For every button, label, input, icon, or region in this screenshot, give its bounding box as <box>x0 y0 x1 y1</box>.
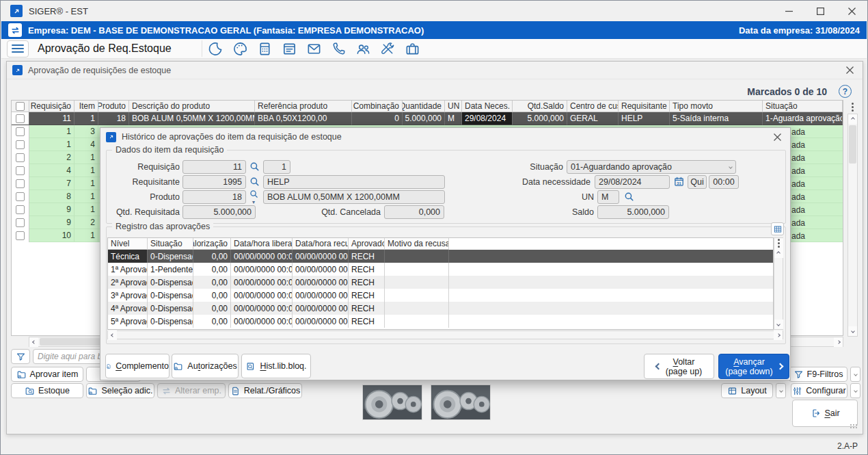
briefcase-icon[interactable] <box>405 41 420 57</box>
hist-lib-bloq-button[interactable]: Hist.lib.bloq. <box>241 354 311 378</box>
scroll-down-icon[interactable] <box>848 326 857 336</box>
chevron-down-icon[interactable]: ▾ <box>252 200 255 205</box>
column-header-situacao[interactable]: Situação <box>148 238 193 250</box>
produto-field[interactable]: 18 <box>182 190 246 204</box>
complemento-button[interactable]: Complemento <box>105 354 169 378</box>
configurar-button[interactable]: Configurar <box>791 383 847 398</box>
column-header-tipo-movto[interactable]: Tipo movto <box>670 101 763 112</box>
autorizacoes-button[interactable]: Autorizações <box>172 354 239 378</box>
situacao-select[interactable]: 01-Aguardando aprovação <box>567 160 736 174</box>
requisitante-field[interactable]: 1995 <box>182 175 246 189</box>
mail-icon[interactable] <box>306 41 322 57</box>
scroll-track[interactable] <box>848 124 857 326</box>
column-header-combinacao[interactable]: Combinação <box>352 101 403 112</box>
close-icon[interactable] <box>770 129 785 144</box>
minimize-icon[interactable] <box>773 1 804 21</box>
resize-grip[interactable] <box>850 424 858 430</box>
un-field[interactable]: M <box>597 190 619 204</box>
users-icon[interactable] <box>355 41 371 57</box>
scroll-up-icon[interactable] <box>774 248 783 258</box>
column-header-nivel[interactable]: Nível <box>108 238 148 250</box>
scroll-right-icon[interactable] <box>774 330 783 340</box>
requisitante-nome-field[interactable]: HELP <box>263 175 445 189</box>
estoque-button[interactable]: Estoque <box>11 383 83 398</box>
row-checkbox[interactable] <box>12 138 29 151</box>
data-necessidade-field[interactable]: 29/08/2024 <box>595 175 670 189</box>
help-icon[interactable]: ? <box>839 85 852 98</box>
column-header-item[interactable]: Item <box>74 101 98 112</box>
row-checkbox[interactable] <box>12 177 29 190</box>
dark-mode-icon[interactable] <box>208 41 223 57</box>
row-checkbox[interactable] <box>12 203 29 216</box>
aprovar-item-button[interactable]: Aprovar item <box>11 367 83 382</box>
row-checkbox[interactable] <box>12 125 29 138</box>
row-checkbox[interactable] <box>12 112 29 125</box>
company-switch-icon[interactable] <box>8 23 22 37</box>
approvals-vertical-scrollbar[interactable] <box>774 237 783 330</box>
qtd-requisitada-field[interactable]: 5.000,000 <box>182 205 256 219</box>
approvals-horizontal-scrollbar[interactable] <box>107 330 783 339</box>
column-header-qtd-saldo[interactable]: Qtd.Saldo <box>513 101 567 112</box>
column-header-requisitante[interactable]: Requisitante <box>619 101 670 112</box>
menu-icon[interactable] <box>7 40 29 57</box>
close-window-icon[interactable] <box>836 1 867 21</box>
phone-icon[interactable] <box>331 41 347 57</box>
row-checkbox[interactable] <box>12 229 29 242</box>
search-icon[interactable] <box>249 161 260 172</box>
scroll-right-icon[interactable] <box>834 337 843 347</box>
layout-button[interactable]: Layout <box>721 383 773 398</box>
layout-dropdown-icon[interactable] <box>776 383 786 398</box>
column-header-situacao[interactable]: Situação <box>763 101 843 112</box>
approval-row-selected[interactable]: Técnica 0-Dispensada 0,00 00/00/0000 00:… <box>108 250 773 263</box>
theme-palette-icon[interactable] <box>232 41 248 57</box>
configurar-dropdown-icon[interactable] <box>850 383 860 398</box>
calendar-31-icon[interactable]: 31 <box>673 176 685 190</box>
column-header-descricao[interactable]: Descrição do produto <box>129 101 255 112</box>
search-icon[interactable] <box>623 191 635 203</box>
scroll-track[interactable] <box>774 258 783 320</box>
column-menu-icon[interactable] <box>847 101 858 112</box>
scroll-left-icon[interactable] <box>108 330 117 340</box>
close-icon[interactable] <box>842 63 857 78</box>
produto-nome-field[interactable]: BOB ALUM 0,50MM X 1200,00MM <box>263 190 445 204</box>
scroll-down-icon[interactable] <box>774 320 783 329</box>
column-header-produto[interactable]: Produto <box>98 101 129 112</box>
maximize-icon[interactable] <box>804 1 836 21</box>
relat-graficos-button[interactable]: Relat./Gráficos <box>228 383 302 398</box>
column-header-un[interactable]: UN <box>445 101 462 112</box>
row-checkbox[interactable] <box>12 151 29 164</box>
column-header-liberacao[interactable]: Data/hora liberação <box>231 238 293 250</box>
requisicao-field[interactable]: 11 <box>182 160 246 174</box>
column-header-recusa[interactable]: Data/hora recusa <box>293 238 349 250</box>
column-header-centro-custo[interactable]: Centro de custo <box>567 101 619 112</box>
column-header-referencia[interactable]: Referência produto <box>255 101 352 112</box>
tools-icon[interactable] <box>380 41 396 57</box>
requisicao-item-field[interactable]: 1 <box>263 160 290 174</box>
approval-row[interactable]: 5ª Aprovação 0-Dispensada 0,00 00/00/000… <box>108 315 773 328</box>
f9-filtros-button[interactable]: F9-Filtros <box>789 367 847 382</box>
time-field[interactable]: 00:00 <box>709 175 739 189</box>
table-row-selected[interactable]: 11 1 18 BOB ALUM 0,50MM X 1200,00MM BBA … <box>12 112 843 125</box>
approval-row[interactable]: 1ª Aprovação 1-Pendente 0,00 00/00/0000 … <box>108 263 773 276</box>
row-checkbox[interactable] <box>12 190 29 203</box>
select-all-checkbox[interactable] <box>12 101 29 112</box>
column-header-requisicao[interactable]: Requisição <box>29 101 74 112</box>
column-header-valorizacao[interactable]: Valorização <box>193 238 231 250</box>
avancar-button[interactable]: Avançar(page down) <box>718 354 789 379</box>
approval-row[interactable]: 3ª Aprovação 0-Dispensada 0,00 00/00/000… <box>108 289 773 302</box>
voltar-button[interactable]: Voltar(page up) <box>644 354 714 379</box>
sair-button[interactable]: Sair <box>792 400 858 427</box>
approval-row[interactable]: 4ª Aprovação 0-Dispensada 0,00 00/00/000… <box>108 302 773 315</box>
row-checkbox[interactable] <box>12 216 29 229</box>
search-icon[interactable] <box>249 176 260 187</box>
approval-row[interactable]: 2ª Aprovação 0-Dispensada 0,00 00/00/000… <box>108 276 773 289</box>
search-input[interactable] <box>33 349 105 364</box>
column-header-aprovador[interactable]: Aprovador <box>349 238 385 250</box>
scroll-up-icon[interactable] <box>848 114 857 124</box>
qtd-cancelada-field[interactable]: 0,000 <box>384 205 444 219</box>
scroll-thumb[interactable] <box>849 125 856 164</box>
calculator-icon[interactable] <box>257 41 273 57</box>
saldo-field[interactable]: 5.000,000 <box>597 205 669 219</box>
row-checkbox[interactable] <box>12 164 29 177</box>
grid-view-icon[interactable] <box>771 222 784 235</box>
